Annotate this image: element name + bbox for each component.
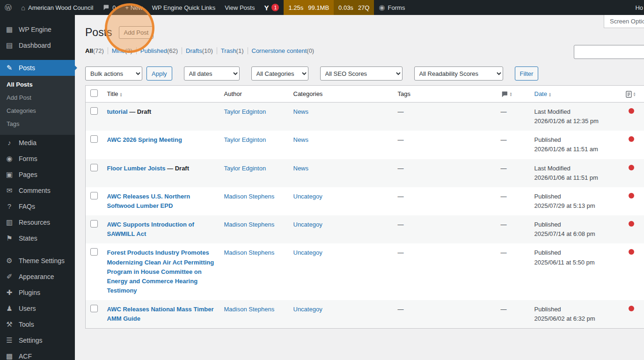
- sidebar-item-resources[interactable]: ▥ Resources: [0, 214, 75, 230]
- table-row: AWC 2026 Spring Meeting Taylor Edginton …: [86, 131, 644, 159]
- sidebar-item-label: ACF: [19, 352, 32, 360]
- view-count: (1): [236, 47, 244, 54]
- row-checkbox[interactable]: [90, 220, 98, 228]
- sidebar-item-comments[interactable]: ✉ Comments: [0, 183, 75, 198]
- sidebar-item-states[interactable]: ⚑ States: [0, 230, 75, 246]
- new-content-menu[interactable]: + New: [121, 0, 147, 15]
- sidebar-item-settings[interactable]: ☰ Settings: [0, 332, 75, 348]
- category-link[interactable]: Uncategoy: [293, 306, 322, 313]
- howdy-account-menu[interactable]: Ho: [630, 0, 644, 15]
- table-row: AWC Releases U.S. Northern Softwood Lumb…: [86, 187, 644, 215]
- yoast-seo-menu[interactable]: Y 1: [259, 0, 284, 15]
- view-all[interactable]: All(72): [85, 47, 108, 54]
- author-link[interactable]: Madison Stephens: [224, 221, 275, 228]
- row-checkbox[interactable]: [90, 248, 98, 256]
- filter-button[interactable]: Filter: [515, 66, 539, 81]
- view-posts-label: View Posts: [225, 4, 255, 11]
- wordpress-logo-menu[interactable]: Ⓦ: [0, 0, 16, 15]
- author-link[interactable]: Taylor Edginton: [224, 108, 266, 115]
- sidebar-item-posts[interactable]: ✎ Posts: [0, 60, 75, 76]
- view-posts-menu[interactable]: View Posts: [220, 0, 259, 15]
- post-title-link[interactable]: AWC 2026 Spring Meeting: [107, 136, 182, 143]
- sidebar-subitem-categories[interactable]: Categories: [0, 104, 75, 118]
- category-link[interactable]: Uncategoy: [293, 221, 322, 228]
- users-icon: ♟: [5, 304, 14, 313]
- query-monitor-menu[interactable]: 1.25s 99.1MB 0.03s 27Q: [284, 0, 374, 15]
- row-checkbox[interactable]: [90, 305, 98, 312]
- sidebar-item-users[interactable]: ♟ Users: [0, 301, 75, 316]
- category-link[interactable]: Uncategoy: [293, 193, 322, 200]
- bulk-actions-select[interactable]: Bulk actions: [85, 66, 142, 81]
- post-title-link[interactable]: tutorial: [107, 108, 128, 115]
- post-title-link[interactable]: Forest Products Industry Promotes Modern…: [107, 249, 214, 294]
- table-row: Floor Lumber Joists — Draft Taylor Edgin…: [86, 159, 644, 187]
- category-link[interactable]: News: [293, 136, 309, 143]
- view-trash[interactable]: Trash(1): [217, 47, 248, 54]
- post-title-link[interactable]: AWC Supports Introduction of SAWMILL Act: [107, 221, 194, 237]
- comments-menu[interactable]: 0: [98, 0, 120, 15]
- category-link[interactable]: Uncategoy: [293, 249, 322, 256]
- column-seo-score[interactable]: ▴▾: [621, 86, 644, 103]
- sidebar-item-label: Settings: [19, 336, 43, 345]
- author-link[interactable]: Madison Stephens: [224, 306, 275, 313]
- author-link[interactable]: Taylor Edginton: [224, 136, 266, 143]
- apply-button[interactable]: Apply: [146, 66, 172, 81]
- seo-score-dot: [629, 165, 634, 170]
- row-checkbox[interactable]: [90, 107, 98, 115]
- view-published[interactable]: Published(62): [136, 47, 182, 54]
- select-all-checkbox[interactable]: [90, 89, 98, 97]
- author-link[interactable]: Madison Stephens: [224, 249, 275, 256]
- post-title-link[interactable]: AWC Releases National Mass Timber AMM Gu…: [107, 306, 214, 322]
- sidebar-item-dashboard[interactable]: ▤ Dashboard: [0, 37, 75, 53]
- sidebar-subitem-tags[interactable]: Tags: [0, 118, 75, 131]
- wp-engine-quick-links-menu[interactable]: WP Engine Quick Links: [147, 0, 220, 15]
- author-link[interactable]: Madison Stephens: [224, 193, 275, 200]
- sidebar-item-plugins[interactable]: ✚ Plugins: [0, 285, 75, 301]
- yoast-notification-badge: 1: [271, 4, 279, 11]
- tags-cell: —: [393, 131, 496, 159]
- sidebar-item-appearance[interactable]: ✐ Appearance: [0, 269, 75, 285]
- column-title[interactable]: Title▴▾: [102, 86, 220, 103]
- sidebar-subitem-all-posts[interactable]: All Posts: [0, 78, 75, 91]
- readability-filter-select[interactable]: All Readability Scores: [414, 66, 503, 81]
- sidebar-item-acf[interactable]: ▩ ACF: [0, 348, 75, 360]
- add-post-button[interactable]: Add Post: [119, 26, 154, 39]
- row-checkbox[interactable]: [90, 135, 98, 143]
- sidebar-subitem-add-post[interactable]: Add Post: [0, 91, 75, 104]
- view-label: Drafts: [186, 47, 202, 54]
- categories-filter-select[interactable]: All Categories: [251, 66, 308, 81]
- sidebar-item-media[interactable]: ♪ Media: [0, 135, 75, 151]
- view-label: All: [85, 47, 93, 54]
- search-posts-input[interactable]: [574, 45, 644, 59]
- row-checkbox[interactable]: [90, 192, 98, 199]
- post-title-link[interactable]: AWC Releases U.S. Northern Softwood Lumb…: [107, 193, 190, 209]
- author-link[interactable]: Taylor Edginton: [224, 165, 266, 172]
- sidebar-item-faqs[interactable]: ? FAQs: [0, 198, 75, 214]
- dates-filter-select[interactable]: All dates: [184, 66, 240, 81]
- post-title-link[interactable]: Floor Lumber Joists: [107, 165, 166, 172]
- sidebar-item-pages[interactable]: ▣ Pages: [0, 167, 75, 183]
- forms-menu[interactable]: ◉ Forms: [374, 0, 410, 15]
- seo-scores-filter-select[interactable]: All SEO Scores: [320, 66, 402, 81]
- category-link[interactable]: News: [293, 108, 309, 115]
- view-cornerstone[interactable]: Cornerstone content(0): [248, 47, 318, 54]
- sidebar-item-label: Posts: [19, 64, 35, 72]
- screen-options-tab[interactable]: Screen Optio: [604, 15, 644, 28]
- sidebar-item-forms[interactable]: ◉ Forms: [0, 151, 75, 167]
- sidebar-item-tools[interactable]: ⚒ Tools: [0, 316, 75, 332]
- row-checkbox[interactable]: [90, 164, 98, 171]
- sidebar-item-label: Forms: [19, 154, 37, 163]
- quick-links-label: WP Engine Quick Links: [152, 4, 216, 11]
- view-count: (62): [167, 47, 178, 54]
- seo-score-dot: [629, 306, 634, 311]
- category-link[interactable]: News: [293, 165, 309, 172]
- column-comments[interactable]: ▴▾: [496, 86, 530, 103]
- comment-bubble-icon: [501, 90, 508, 97]
- view-mine[interactable]: Mine(3): [108, 47, 136, 54]
- site-name-menu[interactable]: ⌂ American Wood Council: [16, 0, 98, 15]
- sidebar-item-theme-settings[interactable]: ⚙ Theme Settings: [0, 253, 75, 269]
- post-date: 2025/07/14 at 6:08 pm: [534, 229, 616, 239]
- view-drafts[interactable]: Drafts(10): [182, 47, 217, 54]
- sidebar-item-wp-engine[interactable]: ▦ WP Engine: [0, 22, 75, 37]
- column-date[interactable]: Date▴▾: [530, 86, 621, 103]
